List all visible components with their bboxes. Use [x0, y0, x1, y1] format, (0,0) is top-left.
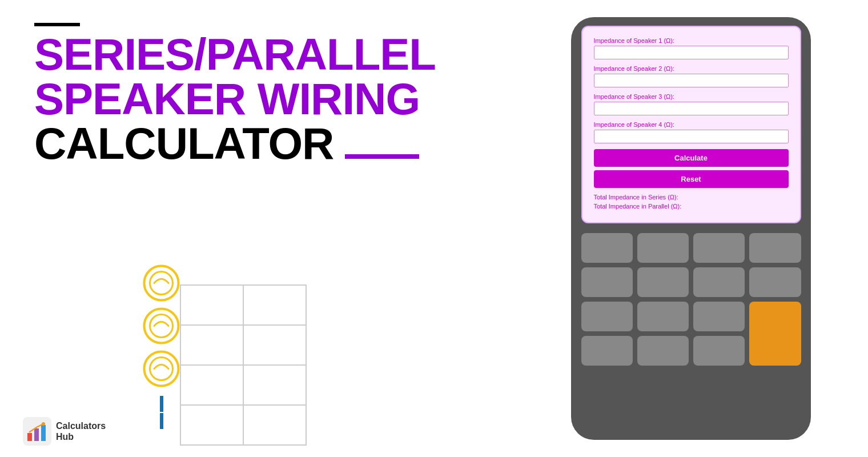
grid-cell-8	[243, 405, 306, 445]
speaker3-input[interactable]	[594, 102, 789, 115]
keypad	[581, 230, 801, 368]
calculator-screen: Impedance of Speaker 1 (Ω): Impedance of…	[581, 26, 801, 223]
speaker1-group: Impedance of Speaker 1 (Ω):	[594, 37, 789, 59]
key-5[interactable]	[581, 267, 633, 297]
speaker2-input[interactable]	[594, 74, 789, 87]
connector-lines	[160, 396, 163, 429]
speaker4-group: Impedance of Speaker 4 (Ω):	[594, 121, 789, 143]
title-line3: CALCULATOR	[34, 121, 480, 166]
grid-cell-4	[243, 325, 306, 365]
logo: Calculators Hub	[23, 417, 106, 446]
result-parallel-label: Total Impedance in Parallel (Ω):	[594, 203, 789, 210]
svg-rect-9	[41, 425, 46, 441]
grid-cell-6	[243, 365, 306, 405]
key-orange[interactable]	[749, 302, 801, 366]
key-6[interactable]	[637, 267, 689, 297]
speaker4-label: Impedance of Speaker 4 (Ω):	[594, 121, 789, 128]
title-line3-text: CALCULATOR	[34, 121, 333, 166]
speaker-icon-3	[143, 350, 180, 387]
key-3[interactable]	[693, 233, 745, 263]
speaker1-label: Impedance of Speaker 1 (Ω):	[594, 37, 789, 44]
key-8[interactable]	[749, 267, 801, 297]
key-9[interactable]	[581, 302, 633, 331]
speaker-diagram	[160, 256, 307, 446]
key-11[interactable]	[693, 302, 745, 331]
left-section: SERIES/PARALLEL SPEAKER WIRING CALCULATO…	[0, 0, 514, 457]
speaker1-input[interactable]	[594, 46, 789, 59]
grid-cell-1	[180, 285, 243, 325]
grid-cell-2	[243, 285, 306, 325]
speaker2-label: Impedance of Speaker 2 (Ω):	[594, 65, 789, 72]
top-bar-decoration	[34, 23, 80, 26]
reset-button[interactable]: Reset	[594, 170, 789, 188]
speaker-icon-2	[143, 307, 180, 344]
grid-cell-3	[180, 325, 243, 365]
calculator-body: Impedance of Speaker 1 (Ω): Impedance of…	[571, 17, 811, 440]
speakers-column	[143, 262, 180, 429]
calculate-button[interactable]: Calculate	[594, 149, 789, 167]
result-series-label: Total Impedance in Series (Ω):	[594, 194, 789, 201]
logo-icon	[23, 417, 51, 446]
speaker3-label: Impedance of Speaker 3 (Ω):	[594, 93, 789, 100]
speaker-grid	[180, 284, 307, 446]
key-10[interactable]	[637, 302, 689, 331]
speaker-icon-1	[143, 264, 180, 302]
svg-point-10	[42, 422, 45, 426]
key-12[interactable]	[581, 336, 633, 366]
svg-rect-7	[27, 433, 32, 441]
underline-decoration	[345, 154, 419, 159]
grid-cell-7	[180, 405, 243, 445]
speaker4-input[interactable]	[594, 130, 789, 143]
logo-text-calculators: Calculators	[56, 420, 106, 431]
key-1[interactable]	[581, 233, 633, 263]
connector-bar-1	[160, 396, 163, 412]
key-14[interactable]	[693, 336, 745, 366]
title-line2: SPEAKER WIRING	[34, 77, 480, 121]
svg-rect-8	[34, 428, 39, 441]
speaker2-group: Impedance of Speaker 2 (Ω):	[594, 65, 789, 87]
speaker3-group: Impedance of Speaker 3 (Ω):	[594, 93, 789, 115]
title-line1: SERIES/PARALLEL	[34, 32, 480, 77]
logo-text-hub: Hub	[56, 431, 106, 442]
key-13[interactable]	[637, 336, 689, 366]
key-7[interactable]	[693, 267, 745, 297]
connector-bar-2	[160, 413, 163, 429]
right-section: Impedance of Speaker 1 (Ω): Impedance of…	[514, 0, 868, 457]
key-2[interactable]	[637, 233, 689, 263]
key-4[interactable]	[749, 233, 801, 263]
logo-text: Calculators Hub	[56, 420, 106, 442]
grid-cell-5	[180, 365, 243, 405]
